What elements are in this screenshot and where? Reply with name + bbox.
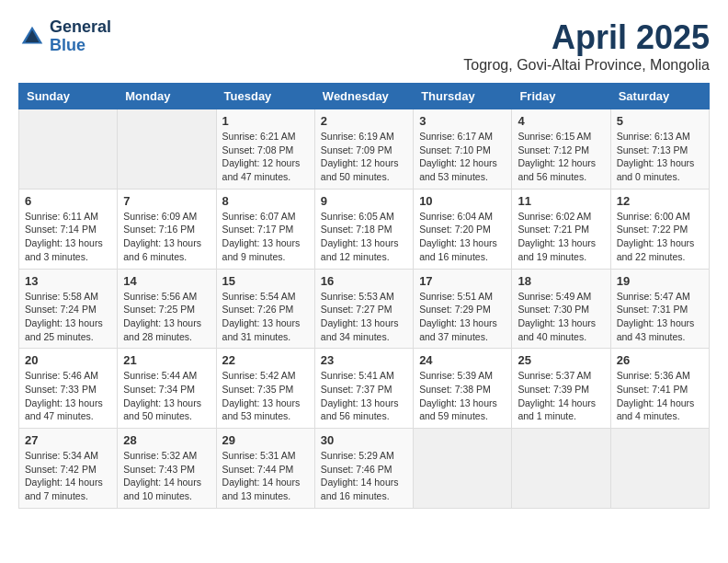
logo-blue-text: Blue bbox=[50, 37, 111, 55]
calendar-cell: 12Sunrise: 6:00 AM Sunset: 7:22 PM Dayli… bbox=[610, 189, 709, 269]
day-info: Sunrise: 5:31 AM Sunset: 7:44 PM Dayligh… bbox=[222, 449, 309, 503]
calendar-cell: 28Sunrise: 5:32 AM Sunset: 7:43 PM Dayli… bbox=[118, 429, 216, 509]
day-info: Sunrise: 6:15 AM Sunset: 7:12 PM Dayligh… bbox=[518, 130, 604, 184]
day-number: 10 bbox=[419, 194, 506, 208]
day-info: Sunrise: 5:56 AM Sunset: 7:25 PM Dayligh… bbox=[123, 290, 210, 344]
day-number: 18 bbox=[518, 274, 604, 288]
day-number: 9 bbox=[321, 194, 407, 208]
calendar-cell: 26Sunrise: 5:36 AM Sunset: 7:41 PM Dayli… bbox=[610, 349, 709, 429]
day-info: Sunrise: 6:00 AM Sunset: 7:22 PM Dayligh… bbox=[617, 210, 703, 264]
calendar-cell: 14Sunrise: 5:56 AM Sunset: 7:25 PM Dayli… bbox=[118, 269, 216, 349]
day-info: Sunrise: 5:54 AM Sunset: 7:26 PM Dayligh… bbox=[222, 290, 309, 344]
weekday-header: Monday bbox=[118, 84, 216, 109]
day-info: Sunrise: 6:21 AM Sunset: 7:08 PM Dayligh… bbox=[222, 130, 309, 184]
calendar-cell: 17Sunrise: 5:51 AM Sunset: 7:29 PM Dayli… bbox=[414, 269, 512, 349]
header: General Blue April 2025 Togrog, Govi-Alt… bbox=[18, 18, 710, 74]
day-info: Sunrise: 5:41 AM Sunset: 7:37 PM Dayligh… bbox=[321, 369, 407, 423]
day-info: Sunrise: 5:58 AM Sunset: 7:24 PM Dayligh… bbox=[25, 290, 111, 344]
title-area: April 2025 Togrog, Govi-Altai Province, … bbox=[463, 18, 710, 74]
calendar-cell: 7Sunrise: 6:09 AM Sunset: 7:16 PM Daylig… bbox=[118, 189, 216, 269]
logo: General Blue bbox=[18, 18, 111, 55]
logo-icon bbox=[18, 23, 46, 51]
day-number: 24 bbox=[419, 353, 506, 367]
day-number: 16 bbox=[321, 274, 407, 288]
day-number: 8 bbox=[222, 194, 309, 208]
day-number: 21 bbox=[123, 353, 210, 367]
calendar-cell: 18Sunrise: 5:49 AM Sunset: 7:30 PM Dayli… bbox=[512, 269, 610, 349]
calendar-cell: 29Sunrise: 5:31 AM Sunset: 7:44 PM Dayli… bbox=[216, 429, 314, 509]
day-number: 20 bbox=[25, 353, 111, 367]
calendar-week-row: 6Sunrise: 6:11 AM Sunset: 7:14 PM Daylig… bbox=[19, 189, 710, 269]
day-info: Sunrise: 5:44 AM Sunset: 7:34 PM Dayligh… bbox=[123, 369, 210, 423]
weekday-header: Sunday bbox=[19, 84, 118, 109]
calendar-table: SundayMondayTuesdayWednesdayThursdayFrid… bbox=[18, 83, 710, 509]
day-number: 5 bbox=[617, 114, 703, 128]
day-info: Sunrise: 5:42 AM Sunset: 7:35 PM Dayligh… bbox=[222, 369, 309, 423]
calendar-cell: 24Sunrise: 5:39 AM Sunset: 7:38 PM Dayli… bbox=[414, 349, 512, 429]
day-info: Sunrise: 6:05 AM Sunset: 7:18 PM Dayligh… bbox=[321, 210, 407, 264]
day-info: Sunrise: 6:13 AM Sunset: 7:13 PM Dayligh… bbox=[617, 130, 703, 184]
day-number: 22 bbox=[222, 353, 309, 367]
calendar-week-row: 20Sunrise: 5:46 AM Sunset: 7:33 PM Dayli… bbox=[19, 349, 710, 429]
day-number: 30 bbox=[321, 433, 407, 447]
day-info: Sunrise: 5:47 AM Sunset: 7:31 PM Dayligh… bbox=[617, 290, 703, 344]
day-info: Sunrise: 6:04 AM Sunset: 7:20 PM Dayligh… bbox=[419, 210, 506, 264]
calendar-cell bbox=[19, 109, 118, 190]
calendar-cell: 3Sunrise: 6:17 AM Sunset: 7:10 PM Daylig… bbox=[414, 109, 512, 190]
calendar-cell: 22Sunrise: 5:42 AM Sunset: 7:35 PM Dayli… bbox=[216, 349, 314, 429]
day-number: 15 bbox=[222, 274, 309, 288]
calendar-cell: 9Sunrise: 6:05 AM Sunset: 7:18 PM Daylig… bbox=[314, 189, 413, 269]
day-info: Sunrise: 6:07 AM Sunset: 7:17 PM Dayligh… bbox=[222, 210, 309, 264]
calendar-week-row: 13Sunrise: 5:58 AM Sunset: 7:24 PM Dayli… bbox=[19, 269, 710, 349]
weekday-header: Thursday bbox=[414, 84, 512, 109]
calendar-cell bbox=[512, 429, 610, 509]
day-number: 27 bbox=[25, 433, 111, 447]
weekday-row: SundayMondayTuesdayWednesdayThursdayFrid… bbox=[19, 84, 710, 109]
calendar-cell bbox=[414, 429, 512, 509]
calendar-cell: 30Sunrise: 5:29 AM Sunset: 7:46 PM Dayli… bbox=[314, 429, 413, 509]
calendar-cell: 8Sunrise: 6:07 AM Sunset: 7:17 PM Daylig… bbox=[216, 189, 314, 269]
calendar-cell: 27Sunrise: 5:34 AM Sunset: 7:42 PM Dayli… bbox=[19, 429, 118, 509]
day-number: 4 bbox=[518, 114, 604, 128]
weekday-header: Wednesday bbox=[314, 84, 413, 109]
calendar-cell: 11Sunrise: 6:02 AM Sunset: 7:21 PM Dayli… bbox=[512, 189, 610, 269]
day-info: Sunrise: 5:39 AM Sunset: 7:38 PM Dayligh… bbox=[419, 369, 506, 423]
day-number: 29 bbox=[222, 433, 309, 447]
day-info: Sunrise: 5:51 AM Sunset: 7:29 PM Dayligh… bbox=[419, 290, 506, 344]
calendar-cell: 4Sunrise: 6:15 AM Sunset: 7:12 PM Daylig… bbox=[512, 109, 610, 190]
calendar-body: 1Sunrise: 6:21 AM Sunset: 7:08 PM Daylig… bbox=[19, 109, 710, 509]
day-info: Sunrise: 5:32 AM Sunset: 7:43 PM Dayligh… bbox=[123, 449, 210, 503]
day-number: 19 bbox=[617, 274, 703, 288]
calendar-cell: 10Sunrise: 6:04 AM Sunset: 7:20 PM Dayli… bbox=[414, 189, 512, 269]
weekday-header: Tuesday bbox=[216, 84, 314, 109]
day-number: 2 bbox=[321, 114, 407, 128]
calendar-cell: 16Sunrise: 5:53 AM Sunset: 7:27 PM Dayli… bbox=[314, 269, 413, 349]
page-title: April 2025 bbox=[463, 18, 710, 57]
day-number: 12 bbox=[617, 194, 703, 208]
day-info: Sunrise: 5:34 AM Sunset: 7:42 PM Dayligh… bbox=[25, 449, 111, 503]
day-number: 14 bbox=[123, 274, 210, 288]
calendar-cell bbox=[610, 429, 709, 509]
calendar-cell: 1Sunrise: 6:21 AM Sunset: 7:08 PM Daylig… bbox=[216, 109, 314, 190]
day-number: 3 bbox=[419, 114, 506, 128]
day-number: 13 bbox=[25, 274, 111, 288]
day-info: Sunrise: 5:46 AM Sunset: 7:33 PM Dayligh… bbox=[25, 369, 111, 423]
day-info: Sunrise: 6:09 AM Sunset: 7:16 PM Dayligh… bbox=[123, 210, 210, 264]
day-info: Sunrise: 6:11 AM Sunset: 7:14 PM Dayligh… bbox=[25, 210, 111, 264]
day-info: Sunrise: 5:29 AM Sunset: 7:46 PM Dayligh… bbox=[321, 449, 407, 503]
day-info: Sunrise: 6:19 AM Sunset: 7:09 PM Dayligh… bbox=[321, 130, 407, 184]
calendar-cell: 20Sunrise: 5:46 AM Sunset: 7:33 PM Dayli… bbox=[19, 349, 118, 429]
weekday-header: Saturday bbox=[610, 84, 709, 109]
page-subtitle: Togrog, Govi-Altai Province, Mongolia bbox=[463, 57, 710, 74]
day-number: 1 bbox=[222, 114, 309, 128]
day-info: Sunrise: 6:02 AM Sunset: 7:21 PM Dayligh… bbox=[518, 210, 604, 264]
calendar-cell: 19Sunrise: 5:47 AM Sunset: 7:31 PM Dayli… bbox=[610, 269, 709, 349]
calendar-cell bbox=[118, 109, 216, 190]
day-info: Sunrise: 6:17 AM Sunset: 7:10 PM Dayligh… bbox=[419, 130, 506, 184]
calendar-week-row: 1Sunrise: 6:21 AM Sunset: 7:08 PM Daylig… bbox=[19, 109, 710, 190]
day-number: 17 bbox=[419, 274, 506, 288]
calendar-cell: 23Sunrise: 5:41 AM Sunset: 7:37 PM Dayli… bbox=[314, 349, 413, 429]
day-number: 11 bbox=[518, 194, 604, 208]
calendar-cell: 15Sunrise: 5:54 AM Sunset: 7:26 PM Dayli… bbox=[216, 269, 314, 349]
weekday-header: Friday bbox=[512, 84, 610, 109]
